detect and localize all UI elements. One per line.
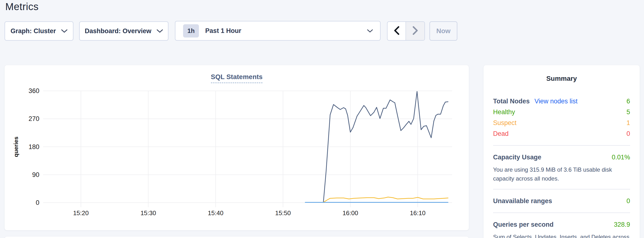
dashboard-dropdown[interactable]: Dashboard: Overview: [79, 21, 168, 41]
chevron-down-icon: [367, 29, 373, 33]
svg-text:90: 90: [32, 171, 39, 178]
now-button[interactable]: Now: [430, 21, 457, 41]
graph-dropdown[interactable]: Graph: Cluster: [4, 21, 74, 41]
svg-text:15:50: 15:50: [275, 209, 291, 217]
chevron-down-icon: [61, 29, 68, 33]
time-range-dropdown[interactable]: 1h Past 1 Hour: [175, 21, 380, 41]
svg-text:360: 360: [28, 87, 39, 94]
summary-title: Summary: [493, 75, 630, 82]
svg-text:15:30: 15:30: [140, 209, 156, 217]
capacity-usage-description: You are using 315.9 MiB of 3.6 TiB usabl…: [493, 165, 630, 183]
divider: [493, 145, 630, 146]
svg-text:16:10: 16:10: [410, 209, 426, 217]
sql-statements-card: SQL Statements 09018027036015:2015:3015:…: [4, 65, 469, 230]
next-time-button[interactable]: [406, 22, 424, 40]
next-chart-card-edge: [4, 236, 469, 238]
dead-nodes-row: Dead 0: [493, 128, 630, 139]
svg-text:180: 180: [28, 143, 39, 151]
unavailable-ranges-value: 0: [626, 197, 630, 205]
queries-per-second-row: Queries per second 328.9: [493, 219, 630, 230]
suspect-value: 1: [626, 119, 630, 127]
unavailable-ranges-section: Unavailable ranges 0: [493, 196, 630, 206]
svg-text:queries: queries: [13, 137, 19, 157]
metrics-page: { "header": { "title": "Metrics" }, "too…: [0, 0, 644, 238]
unavailable-ranges-row: Unavailable ranges 0: [493, 196, 630, 206]
chevron-right-icon: [413, 26, 418, 36]
capacity-usage-label: Capacity Usage: [493, 154, 541, 161]
dashboard-dropdown-label: Dashboard: Overview: [85, 27, 152, 35]
node-status-list: Total Nodes View nodes list 6 Healthy 5 …: [493, 96, 630, 139]
capacity-usage-value: 0.01%: [612, 154, 630, 161]
queries-per-second-section: Queries per second 328.9 Sum of Selects,…: [493, 219, 630, 238]
dead-label: Dead: [493, 130, 509, 138]
total-nodes-row: Total Nodes View nodes list 6: [493, 96, 630, 107]
capacity-usage-section: Capacity Usage 0.01% You are using 315.9…: [493, 152, 630, 183]
view-nodes-list-link[interactable]: View nodes list: [534, 98, 578, 105]
total-nodes-label: Total Nodes: [493, 98, 530, 105]
capacity-usage-row: Capacity Usage 0.01%: [493, 152, 630, 163]
chevron-left-icon: [394, 26, 399, 36]
suspect-label: Suspect: [493, 119, 516, 127]
sql-statements-chart: 09018027036015:2015:3015:4015:5016:0016:…: [4, 65, 469, 230]
dead-value: 0: [626, 130, 630, 138]
unavailable-ranges-label: Unavailable ranges: [493, 197, 552, 205]
svg-text:0: 0: [36, 199, 39, 206]
time-range-label: Past 1 Hour: [205, 27, 241, 35]
svg-text:270: 270: [28, 115, 39, 122]
queries-per-second-description: Sum of Selects, Updates, Inserts, and De…: [493, 232, 630, 238]
summary-panel: Summary Total Nodes View nodes list 6 He…: [484, 65, 640, 238]
svg-text:15:40: 15:40: [208, 209, 224, 217]
time-range-badge: 1h: [183, 24, 199, 38]
divider: [493, 189, 630, 189]
queries-per-second-label: Queries per second: [493, 221, 554, 228]
queries-per-second-value: 328.9: [614, 221, 630, 228]
healthy-nodes-row: Healthy 5: [493, 107, 630, 117]
total-nodes-value: 6: [626, 98, 630, 105]
page-title: Metrics: [5, 1, 39, 13]
healthy-value: 5: [626, 108, 630, 116]
healthy-label: Healthy: [493, 108, 515, 116]
suspect-nodes-row: Suspect 1: [493, 117, 630, 128]
divider: [493, 212, 630, 213]
svg-text:16:00: 16:00: [343, 209, 358, 217]
svg-text:15:20: 15:20: [73, 209, 89, 217]
graph-dropdown-label: Graph: Cluster: [10, 27, 56, 35]
time-pager: [387, 21, 425, 41]
chevron-down-icon: [157, 29, 163, 33]
prev-time-button[interactable]: [388, 22, 406, 40]
